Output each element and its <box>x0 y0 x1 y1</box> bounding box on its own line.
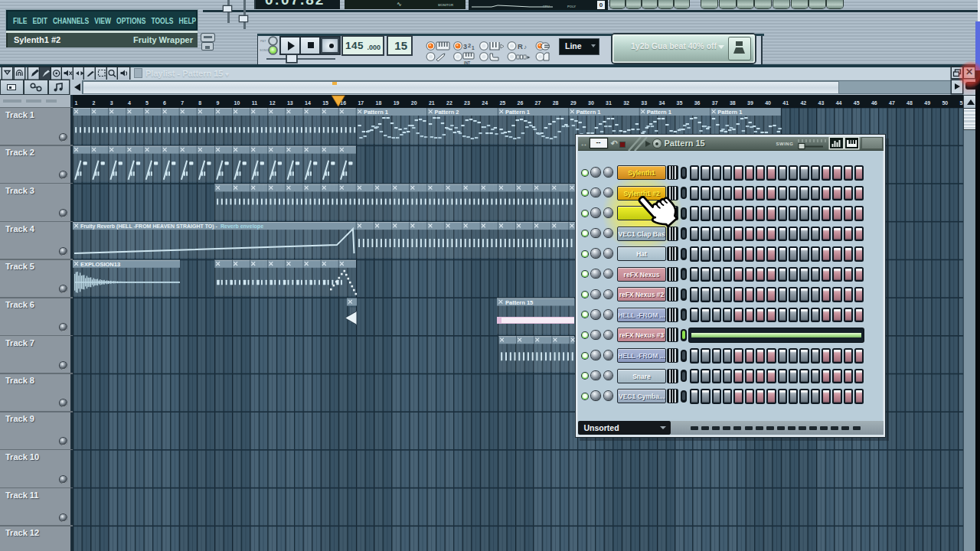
svg-text:38: 38 <box>730 100 736 106</box>
svg-text:EXPLOSION13: EXPLOSION13 <box>80 261 120 268</box>
svg-text:3: 3 <box>463 43 467 51</box>
svg-text:39: 39 <box>747 100 753 106</box>
svg-text:43: 43 <box>818 100 825 106</box>
svg-text:1: 1 <box>472 45 475 51</box>
svg-text:3: 3 <box>110 100 113 106</box>
svg-text:19: 19 <box>394 100 400 106</box>
svg-text:25: 25 <box>499 100 505 106</box>
svg-text:Fruity Reverb (HELL -FROM HEAV: Fruity Reverb (HELL -FROM HEAVEN STRAIGH… <box>80 223 218 230</box>
svg-text:36: 36 <box>694 100 701 106</box>
svg-text:♪: ♪ <box>524 44 527 51</box>
svg-text:Reverb envelope: Reverb envelope <box>220 223 263 230</box>
svg-text:Pattern 1: Pattern 1 <box>717 109 742 116</box>
svg-text:46: 46 <box>871 100 877 106</box>
svg-text:26: 26 <box>518 100 524 106</box>
svg-text:37: 37 <box>712 100 718 106</box>
svg-text:1: 1 <box>75 100 78 106</box>
svg-text:27: 27 <box>535 100 541 106</box>
svg-text:50: 50 <box>942 100 948 106</box>
svg-text:40: 40 <box>765 100 771 106</box>
svg-text:Pattern 1: Pattern 1 <box>364 109 388 116</box>
svg-text:12: 12 <box>270 100 276 106</box>
svg-text:23: 23 <box>464 100 470 106</box>
svg-text:41: 41 <box>782 100 789 106</box>
svg-text:33: 33 <box>641 100 647 106</box>
svg-text:15: 15 <box>322 100 328 106</box>
svg-text:18: 18 <box>376 100 382 106</box>
svg-text:45: 45 <box>854 100 860 106</box>
svg-text:44: 44 <box>836 100 842 106</box>
svg-text:14: 14 <box>305 100 311 106</box>
svg-text:7: 7 <box>181 100 184 106</box>
svg-text:Pattern 1: Pattern 1 <box>647 109 671 116</box>
svg-text:5: 5 <box>145 100 149 106</box>
svg-text:30: 30 <box>588 100 594 106</box>
svg-text:10: 10 <box>234 100 240 106</box>
svg-text:31: 31 <box>606 100 612 106</box>
svg-text:2: 2 <box>93 100 96 106</box>
svg-text:Pattern 1: Pattern 1 <box>576 109 600 116</box>
svg-text:R: R <box>518 42 523 51</box>
svg-text:24: 24 <box>482 100 488 106</box>
svg-text:4: 4 <box>128 100 131 106</box>
svg-text:Pattern 1: Pattern 1 <box>505 109 530 116</box>
svg-text:42: 42 <box>800 100 806 106</box>
svg-text:28: 28 <box>553 100 559 106</box>
svg-text:34: 34 <box>659 100 665 106</box>
svg-text:49: 49 <box>924 100 930 106</box>
svg-text:Pattern 2: Pattern 2 <box>434 109 459 116</box>
svg-text:9: 9 <box>217 100 220 106</box>
svg-text:6: 6 <box>163 100 166 106</box>
svg-text:8: 8 <box>198 100 201 106</box>
svg-text:13: 13 <box>287 100 293 106</box>
svg-text:21: 21 <box>429 100 435 106</box>
svg-text:48: 48 <box>906 100 913 106</box>
svg-text:20: 20 <box>411 100 417 106</box>
svg-text:29: 29 <box>570 100 577 106</box>
svg-text:22: 22 <box>446 100 452 106</box>
svg-text:11: 11 <box>252 100 258 106</box>
svg-text:47: 47 <box>889 100 895 106</box>
svg-text:17: 17 <box>358 100 364 106</box>
svg-text:35: 35 <box>677 100 683 106</box>
svg-text:32: 32 <box>623 100 629 106</box>
svg-text:Pattern 15: Pattern 15 <box>505 299 533 306</box>
svg-text:2: 2 <box>468 42 471 49</box>
